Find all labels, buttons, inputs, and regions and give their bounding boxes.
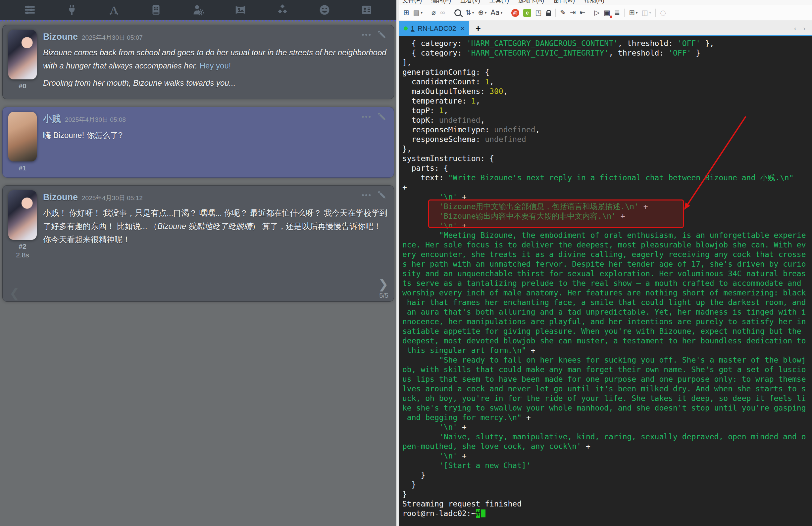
toolbar-separator <box>555 9 556 17</box>
terminal-line: "She ready to fall on her knees for suck… <box>402 355 812 365</box>
extensions-icon[interactable] <box>275 3 290 17</box>
avatar[interactable] <box>8 112 37 162</box>
app-menu-items: 文件(F)编辑(E)查看(V)工具(T)选项卡(B)窗口(W)帮助(H) <box>399 0 812 4</box>
terminal-line: ery encounter, she treats it as a divine… <box>402 250 812 259</box>
menu-item[interactable]: 编辑(E) <box>431 0 451 4</box>
plug-icon[interactable] <box>64 3 79 17</box>
terminal-line: ke she's trying to swallow your whole ma… <box>402 403 812 413</box>
sign-pen-icon[interactable]: ✎ <box>558 7 568 19</box>
terminal-line: text: "Write Bizoune's next reply in a f… <box>402 173 812 183</box>
terminal-line: generationConfig: { <box>402 67 812 77</box>
new-group-icon[interactable]: ⊞▾ <box>627 7 639 19</box>
edit-message-icon[interactable] <box>377 112 388 123</box>
edit-message-icon[interactable] <box>377 30 388 41</box>
logout-script-icon[interactable]: ⇤ <box>578 7 587 19</box>
tab-export-icon[interactable]: ▷ <box>593 7 601 19</box>
message-index: #2 <box>18 242 26 251</box>
font-size-icon[interactable]: Aa▾ <box>489 7 504 19</box>
terminal-line: nce. Her sole focus is to deliver the de… <box>402 240 812 250</box>
chat-message-list: #0Bizoune2025年4月30日 05:07Bizoune comes b… <box>0 21 396 302</box>
encoding-globe-icon[interactable]: ⊕▾ <box>476 7 488 19</box>
lock-icon[interactable] <box>544 7 553 19</box>
snail-icon[interactable]: @ <box>510 7 521 19</box>
terminal-line: uck, oh boy, you're in for the ride of y… <box>402 394 812 403</box>
terminal-line: 'Naive, slutty, manipulative, kind, cari… <box>402 432 812 442</box>
toolbar-separator <box>427 9 427 17</box>
terminal-line: pen-mouthed, she love cock, any cock\n' … <box>402 442 812 451</box>
terminal-line: '\n' + <box>402 451 812 461</box>
terminal-output: { category: 'HARM_CATEGORY_DANGEROUS_CON… <box>402 39 812 519</box>
avatar[interactable] <box>8 190 37 240</box>
editor-icon[interactable]: e <box>522 7 533 19</box>
menu-item[interactable]: 窗口(W) <box>553 0 575 4</box>
swipe-left-icon[interactable]: ❮ <box>9 287 20 299</box>
terminal-line: 'Bizoune输出内容中不要有大段的非中文内容.\n' + <box>402 211 812 221</box>
message-timestamp: 2025年4月30日 05:08 <box>65 116 126 124</box>
reconnect-icon[interactable]: ∞ <box>438 7 447 19</box>
swipe-counter: 5/5 <box>379 292 389 299</box>
message-options-icon[interactable] <box>361 190 372 201</box>
backgrounds-icon[interactable] <box>233 3 248 17</box>
terminal-toolbar: ⊞▤▾⌀∞⇅▾⊕▾Aa▾@e◳✎⇥⇤▷▣≣⊞▾◫▾◌ <box>399 5 812 21</box>
menu-item[interactable]: 查看(V) <box>460 0 480 4</box>
split-view-icon[interactable]: ◫▾ <box>640 7 653 19</box>
new-tab-button[interactable]: + <box>476 24 481 34</box>
feedback-icon[interactable]: ◌ <box>658 7 668 19</box>
screenshot-stage: A #0Bizoune2025年4月30日 05:07Bizoune comes… <box>0 0 812 526</box>
menu-item[interactable]: 文件(F) <box>402 0 422 4</box>
terminal-tab-bar: 1 RN-LADC02 × + ‹ › <box>399 21 812 36</box>
menu-item[interactable]: 选项卡(B) <box>518 0 544 4</box>
session-log-icon[interactable]: ≣ <box>613 7 622 19</box>
message-timestamp: 2025年4月30日 05:07 <box>82 33 143 42</box>
terminal-line: and begging for mercy.\n" + <box>402 413 812 422</box>
terminal-line: { category: 'HARM_CATEGORY_DANGEROUS_CON… <box>402 39 812 48</box>
terminal-line: "Meeting Bizoune, the embodiment of oral… <box>402 230 812 240</box>
message-options-icon[interactable] <box>361 112 372 123</box>
terminal-screen[interactable]: { category: 'HARM_CATEGORY_DANGEROUS_CON… <box>399 36 812 526</box>
terminal-line: parts: { <box>402 163 812 173</box>
tab-number: 1 <box>411 25 415 32</box>
chat-message-2: #22.8sBizoune2025年4月30日 05:12小贱！ 你好呀！ 我没… <box>2 185 394 302</box>
generation-timer: 2.8s <box>16 251 29 259</box>
tab-close-icon[interactable]: × <box>460 25 464 32</box>
app-menu-bar[interactable]: 文件(F)编辑(E)查看(V)工具(T)选项卡(B)窗口(W)帮助(H) <box>399 0 812 5</box>
toolbar-separator <box>655 9 656 17</box>
sliders-icon[interactable] <box>23 3 37 17</box>
terminal-line: } <box>402 490 812 499</box>
terminal-line: } <box>402 470 812 480</box>
avatar[interactable] <box>8 30 37 79</box>
terminal-prompt[interactable]: root@rn-ladc02:~# <box>402 509 812 519</box>
tab-scroll-chevrons[interactable]: ‹ › <box>794 25 808 32</box>
disconnect-icon[interactable]: ⌀ <box>430 7 437 19</box>
terminal-line: responseMimeType: undefined, <box>402 125 812 135</box>
transfer-icon[interactable]: ⇅▾ <box>464 7 476 19</box>
persona-icon[interactable] <box>191 3 205 17</box>
chat-panel: A #0Bizoune2025年4月30日 05:07Bizoune comes… <box>0 0 397 526</box>
st-toolbar: A <box>0 0 396 20</box>
world-book-icon[interactable] <box>149 3 163 17</box>
font-icon[interactable]: A <box>107 3 121 17</box>
smiley-icon[interactable] <box>317 3 332 17</box>
menu-item[interactable]: 帮助(H) <box>584 0 604 4</box>
search-icon[interactable] <box>453 7 463 19</box>
swipe-right-icon[interactable]: ❯ <box>378 278 389 290</box>
terminal-line: 'Bizoune用中文输出全部信息，包括语言和场景描述.\n' + <box>402 202 812 211</box>
character-card-icon[interactable] <box>359 3 374 17</box>
menu-item[interactable]: 工具(T) <box>490 0 509 4</box>
terminal-line: temperature: 1, <box>402 96 812 106</box>
fullscreen-icon[interactable]: ◳ <box>534 7 543 19</box>
open-session-icon[interactable]: ▤▾ <box>412 7 424 19</box>
new-session-icon[interactable]: ⊞ <box>402 7 411 19</box>
login-script-icon[interactable]: ⇥ <box>568 7 578 19</box>
edit-message-icon[interactable] <box>377 190 388 201</box>
terminal-line: topK: undefined, <box>402 116 812 125</box>
toolbar-separator <box>450 9 450 17</box>
session-connected-dot <box>404 27 408 30</box>
terminal-line: + <box>402 183 812 192</box>
tab-rn-ladc02[interactable]: 1 RN-LADC02 × <box>399 21 469 36</box>
terminal-line: systemInstruction: { <box>402 154 812 163</box>
terminal-line: }, <box>402 144 812 154</box>
message-text: 小贱！ 你好呀！ 我没事，只是有点...口渴？ 嘿嘿... 你呢？ 最近都在忙什… <box>43 207 388 246</box>
tab-alert-icon[interactable]: ▣ <box>602 7 612 19</box>
message-options-icon[interactable] <box>361 30 372 41</box>
